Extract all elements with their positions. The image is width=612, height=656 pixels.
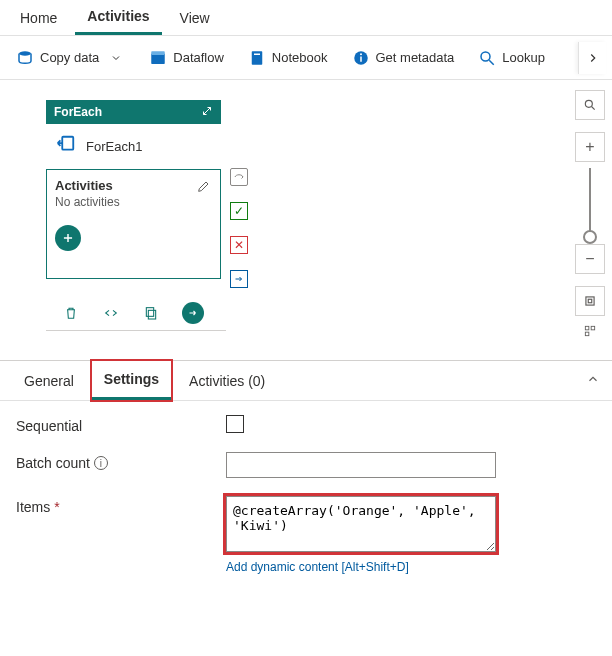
copy-data-button[interactable]: Copy data [6, 42, 135, 74]
success-badge[interactable]: ✓ [230, 202, 248, 220]
svg-rect-6 [360, 56, 362, 61]
zoom-slider-knob[interactable] [583, 230, 597, 244]
toolbar-overflow-button[interactable] [578, 42, 606, 74]
copy-icon[interactable] [142, 304, 160, 322]
minimap-icon [583, 324, 597, 338]
tab-home[interactable]: Home [8, 0, 69, 35]
top-tab-bar: Home Activities View [0, 0, 612, 36]
loop-icon [54, 134, 76, 159]
activity-name-label: ForEach1 [86, 139, 142, 154]
batch-count-label: Batch count i [16, 452, 226, 471]
panel-tab-settings[interactable]: Settings [92, 361, 171, 400]
activity-action-row [62, 302, 204, 324]
chevron-up-icon [586, 372, 600, 386]
completion-badge[interactable] [230, 270, 248, 288]
tab-view[interactable]: View [168, 0, 222, 35]
add-dynamic-content-link[interactable]: Add dynamic content [Alt+Shift+D] [226, 560, 496, 574]
notebook-button[interactable]: Notebook [238, 42, 338, 74]
svg-point-13 [585, 100, 592, 107]
svg-point-7 [360, 53, 362, 55]
panel-collapse-button[interactable] [586, 372, 600, 389]
lookup-label: Lookup [502, 50, 545, 65]
canvas-search-button[interactable] [575, 90, 605, 120]
fit-icon [583, 294, 597, 308]
svg-rect-18 [591, 326, 595, 330]
info-icon [352, 49, 370, 67]
chevron-down-icon [107, 49, 125, 67]
minimap-button[interactable] [575, 316, 605, 346]
database-icon [16, 49, 34, 67]
panel-tab-bar: General Settings Activities (0) [0, 361, 612, 401]
arrow-right-icon [187, 307, 199, 319]
activity-header: ForEach [46, 100, 221, 124]
fit-to-screen-button[interactable] [575, 286, 605, 316]
svg-point-0 [19, 51, 31, 56]
pipeline-canvas[interactable]: ForEach ForEach1 Activities No activitie… [0, 80, 612, 360]
items-label: Items* [16, 496, 226, 515]
add-activity-button[interactable] [55, 225, 81, 251]
activity-inner-body[interactable]: Activities No activities [46, 169, 221, 279]
copy-data-label: Copy data [40, 50, 99, 65]
pencil-icon[interactable] [196, 178, 212, 197]
activity-title-row: ForEach1 [46, 124, 221, 169]
svg-point-8 [481, 52, 490, 61]
svg-rect-1 [152, 53, 166, 64]
batch-count-input[interactable] [226, 452, 496, 478]
dataflow-icon [149, 49, 167, 67]
svg-rect-16 [588, 299, 592, 303]
svg-rect-10 [62, 137, 73, 150]
dataflow-button[interactable]: Dataflow [139, 42, 234, 74]
svg-line-9 [490, 60, 495, 65]
search-icon [583, 98, 597, 112]
plus-icon [61, 231, 75, 245]
svg-rect-11 [148, 310, 155, 319]
dataflow-label: Dataflow [173, 50, 224, 65]
activity-type-label: ForEach [54, 105, 102, 119]
svg-rect-2 [152, 51, 166, 55]
activity-status-badges: ✓ ✕ [230, 168, 248, 288]
get-metadata-button[interactable]: Get metadata [342, 42, 465, 74]
panel-tab-activities[interactable]: Activities (0) [177, 361, 277, 400]
svg-rect-12 [146, 308, 153, 317]
code-icon[interactable] [102, 304, 120, 322]
notebook-label: Notebook [272, 50, 328, 65]
settings-form: Sequential Batch count i Items* Add dyna… [0, 401, 612, 622]
svg-rect-17 [585, 326, 589, 330]
foreach-activity[interactable]: ForEach ForEach1 Activities No activitie… [46, 100, 221, 279]
sequential-checkbox[interactable] [226, 415, 244, 433]
run-button[interactable] [182, 302, 204, 324]
info-icon[interactable]: i [94, 456, 108, 470]
zoom-slider[interactable] [589, 168, 591, 238]
properties-panel: General Settings Activities (0) Sequenti… [0, 360, 612, 622]
panel-tab-general[interactable]: General [12, 361, 86, 400]
expand-icon[interactable] [201, 105, 213, 120]
activities-heading: Activities [55, 178, 212, 193]
delete-icon[interactable] [62, 304, 80, 322]
canvas-zoom-rail: + − [572, 90, 608, 346]
activities-toolbar: Copy data Dataflow Notebook Get metadata… [0, 36, 612, 80]
canvas-divider [46, 330, 226, 331]
get-metadata-label: Get metadata [376, 50, 455, 65]
search-icon [478, 49, 496, 67]
svg-rect-4 [254, 53, 260, 55]
notebook-icon [248, 49, 266, 67]
lookup-button[interactable]: Lookup [468, 42, 555, 74]
chevron-right-icon [586, 51, 600, 65]
svg-rect-19 [585, 332, 589, 336]
skip-badge[interactable] [230, 168, 248, 186]
no-activities-text: No activities [55, 195, 212, 209]
zoom-out-button[interactable]: − [575, 244, 605, 274]
svg-rect-3 [252, 51, 263, 65]
items-input[interactable] [226, 496, 496, 552]
sequential-label: Sequential [16, 415, 226, 434]
tab-activities[interactable]: Activities [75, 0, 161, 35]
zoom-in-button[interactable]: + [575, 132, 605, 162]
svg-rect-15 [586, 297, 594, 305]
svg-line-14 [592, 107, 595, 110]
failure-badge[interactable]: ✕ [230, 236, 248, 254]
